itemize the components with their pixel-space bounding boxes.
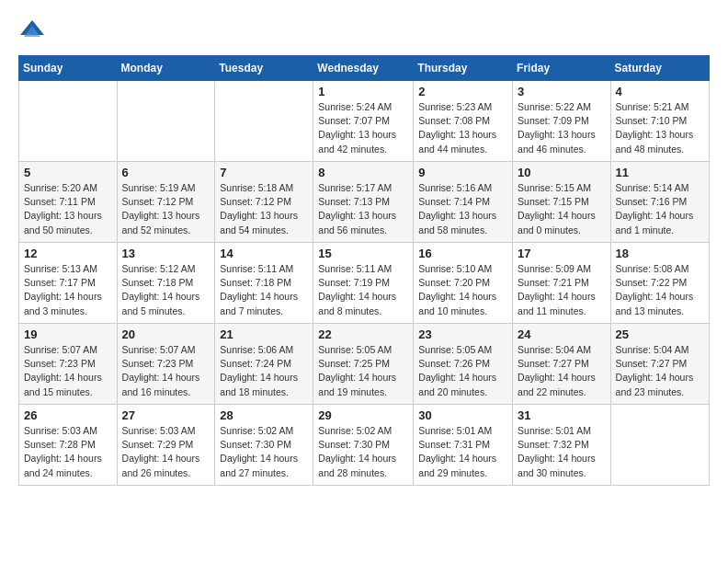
day-info: Sunrise: 5:13 AM Sunset: 7:17 PM Dayligh… [24,262,112,318]
calendar-cell: 8Sunrise: 5:17 AM Sunset: 7:13 PM Daylig… [313,162,414,243]
day-number: 29 [318,408,408,422]
day-number: 19 [24,327,112,341]
day-number: 15 [318,247,408,260]
weekday-header-thursday: Thursday [414,56,513,81]
day-info: Sunrise: 5:19 AM Sunset: 7:12 PM Dayligh… [122,181,210,237]
day-number: 31 [518,408,606,422]
day-number: 30 [418,408,507,422]
day-info: Sunrise: 5:11 AM Sunset: 7:18 PM Dayligh… [220,262,308,318]
day-number: 16 [418,247,507,260]
day-info: Sunrise: 5:03 AM Sunset: 7:29 PM Dayligh… [122,424,210,480]
day-info: Sunrise: 5:10 AM Sunset: 7:20 PM Dayligh… [418,262,507,318]
day-info: Sunrise: 5:05 AM Sunset: 7:26 PM Dayligh… [418,343,507,399]
day-info: Sunrise: 5:04 AM Sunset: 7:27 PM Dayligh… [518,343,606,399]
day-info: Sunrise: 5:05 AM Sunset: 7:25 PM Dayligh… [318,343,408,399]
week-row-3: 12Sunrise: 5:13 AM Sunset: 7:17 PM Dayli… [19,243,710,324]
calendar-table: SundayMondayTuesdayWednesdayThursdayFrid… [18,55,710,486]
calendar-cell: 19Sunrise: 5:07 AM Sunset: 7:23 PM Dayli… [19,324,118,405]
week-row-2: 5Sunrise: 5:20 AM Sunset: 7:11 PM Daylig… [19,162,710,243]
day-number: 12 [24,247,112,260]
day-number: 28 [220,408,308,422]
day-number: 11 [616,166,704,179]
day-info: Sunrise: 5:07 AM Sunset: 7:23 PM Dayligh… [24,343,112,399]
weekday-header-wednesday: Wednesday [313,56,414,81]
day-number: 20 [122,327,210,341]
day-number: 14 [220,247,308,260]
calendar-cell: 4Sunrise: 5:21 AM Sunset: 7:10 PM Daylig… [610,81,709,162]
day-info: Sunrise: 5:22 AM Sunset: 7:09 PM Dayligh… [518,100,606,156]
calendar-cell: 5Sunrise: 5:20 AM Sunset: 7:11 PM Daylig… [19,162,118,243]
day-number: 24 [518,327,606,341]
day-info: Sunrise: 5:02 AM Sunset: 7:30 PM Dayligh… [318,424,408,480]
calendar-cell: 14Sunrise: 5:11 AM Sunset: 7:18 PM Dayli… [215,243,313,324]
calendar-cell: 26Sunrise: 5:03 AM Sunset: 7:28 PM Dayli… [19,405,118,486]
day-info: Sunrise: 5:06 AM Sunset: 7:24 PM Dayligh… [220,343,308,399]
day-number: 18 [616,247,704,260]
day-number: 1 [318,85,408,98]
calendar-cell [215,81,313,162]
day-number: 17 [518,247,606,260]
day-info: Sunrise: 5:18 AM Sunset: 7:12 PM Dayligh… [220,181,308,237]
day-info: Sunrise: 5:01 AM Sunset: 7:32 PM Dayligh… [518,424,606,480]
logo-icon [18,18,46,40]
calendar-cell: 17Sunrise: 5:09 AM Sunset: 7:21 PM Dayli… [513,243,611,324]
day-info: Sunrise: 5:02 AM Sunset: 7:30 PM Dayligh… [220,424,308,480]
day-number: 6 [122,166,210,179]
weekday-header-sunday: Sunday [19,56,118,81]
calendar-cell: 27Sunrise: 5:03 AM Sunset: 7:29 PM Dayli… [117,405,215,486]
calendar-cell: 1Sunrise: 5:24 AM Sunset: 7:07 PM Daylig… [313,81,414,162]
day-info: Sunrise: 5:16 AM Sunset: 7:14 PM Dayligh… [418,181,507,237]
week-row-1: 1Sunrise: 5:24 AM Sunset: 7:07 PM Daylig… [19,81,710,162]
day-number: 26 [24,408,112,422]
day-number: 7 [220,166,308,179]
day-number: 23 [418,327,507,341]
day-info: Sunrise: 5:07 AM Sunset: 7:23 PM Dayligh… [122,343,210,399]
calendar-cell: 7Sunrise: 5:18 AM Sunset: 7:12 PM Daylig… [215,162,313,243]
day-info: Sunrise: 5:03 AM Sunset: 7:28 PM Dayligh… [24,424,112,480]
day-info: Sunrise: 5:17 AM Sunset: 7:13 PM Dayligh… [318,181,408,237]
calendar-cell: 31Sunrise: 5:01 AM Sunset: 7:32 PM Dayli… [513,405,611,486]
day-number: 27 [122,408,210,422]
day-info: Sunrise: 5:08 AM Sunset: 7:22 PM Dayligh… [616,262,704,318]
day-info: Sunrise: 5:15 AM Sunset: 7:15 PM Dayligh… [518,181,606,237]
day-info: Sunrise: 5:21 AM Sunset: 7:10 PM Dayligh… [616,100,704,156]
calendar-cell: 25Sunrise: 5:04 AM Sunset: 7:27 PM Dayli… [610,324,709,405]
calendar-cell: 2Sunrise: 5:23 AM Sunset: 7:08 PM Daylig… [414,81,513,162]
day-number: 10 [518,166,606,179]
day-number: 5 [24,166,112,179]
day-info: Sunrise: 5:23 AM Sunset: 7:08 PM Dayligh… [418,100,507,156]
calendar-cell: 20Sunrise: 5:07 AM Sunset: 7:23 PM Dayli… [117,324,215,405]
weekday-header-monday: Monday [117,56,215,81]
day-number: 4 [616,85,704,98]
day-number: 22 [318,327,408,341]
day-number: 9 [418,166,507,179]
calendar-cell: 21Sunrise: 5:06 AM Sunset: 7:24 PM Dayli… [215,324,313,405]
day-number: 13 [122,247,210,260]
calendar-cell: 22Sunrise: 5:05 AM Sunset: 7:25 PM Dayli… [313,324,414,405]
day-info: Sunrise: 5:24 AM Sunset: 7:07 PM Dayligh… [318,100,408,156]
day-info: Sunrise: 5:04 AM Sunset: 7:27 PM Dayligh… [616,343,704,399]
calendar-cell: 24Sunrise: 5:04 AM Sunset: 7:27 PM Dayli… [513,324,611,405]
calendar-cell: 29Sunrise: 5:02 AM Sunset: 7:30 PM Dayli… [313,405,414,486]
day-info: Sunrise: 5:09 AM Sunset: 7:21 PM Dayligh… [518,262,606,318]
day-info: Sunrise: 5:11 AM Sunset: 7:19 PM Dayligh… [318,262,408,318]
day-number: 8 [318,166,408,179]
calendar-cell: 18Sunrise: 5:08 AM Sunset: 7:22 PM Dayli… [610,243,709,324]
calendar-cell: 30Sunrise: 5:01 AM Sunset: 7:31 PM Dayli… [414,405,513,486]
calendar-cell [610,405,709,486]
weekday-header-friday: Friday [513,56,611,81]
day-info: Sunrise: 5:20 AM Sunset: 7:11 PM Dayligh… [24,181,112,237]
day-number: 21 [220,327,308,341]
calendar-cell: 13Sunrise: 5:12 AM Sunset: 7:18 PM Dayli… [117,243,215,324]
calendar-cell: 10Sunrise: 5:15 AM Sunset: 7:15 PM Dayli… [513,162,611,243]
calendar-cell: 15Sunrise: 5:11 AM Sunset: 7:19 PM Dayli… [313,243,414,324]
calendar-cell [19,81,118,162]
week-row-5: 26Sunrise: 5:03 AM Sunset: 7:28 PM Dayli… [19,405,710,486]
weekday-header-tuesday: Tuesday [215,56,313,81]
calendar-cell: 12Sunrise: 5:13 AM Sunset: 7:17 PM Dayli… [19,243,118,324]
day-number: 25 [616,327,704,341]
calendar-cell: 11Sunrise: 5:14 AM Sunset: 7:16 PM Dayli… [610,162,709,243]
calendar-cell: 23Sunrise: 5:05 AM Sunset: 7:26 PM Dayli… [414,324,513,405]
calendar-cell: 6Sunrise: 5:19 AM Sunset: 7:12 PM Daylig… [117,162,215,243]
calendar-cell: 16Sunrise: 5:10 AM Sunset: 7:20 PM Dayli… [414,243,513,324]
